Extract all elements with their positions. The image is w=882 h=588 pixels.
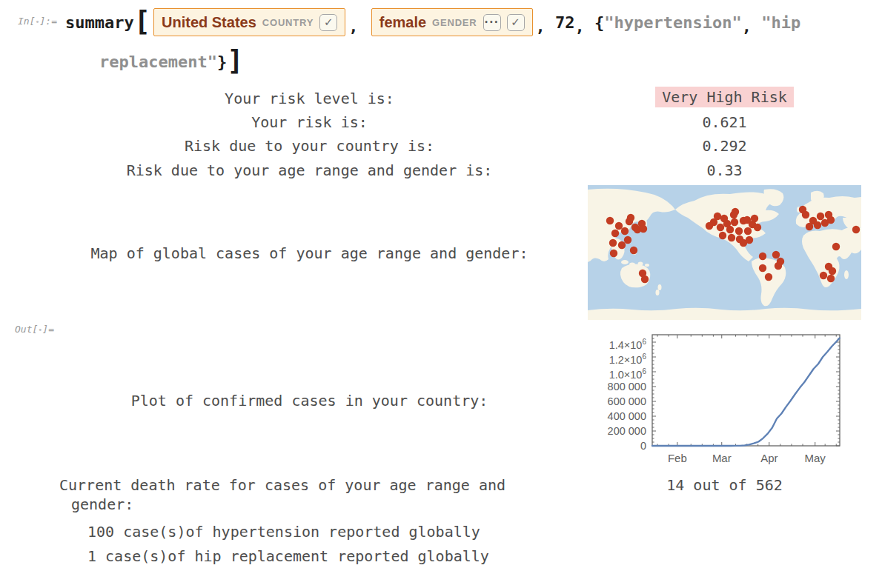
entity-type-label: COUNTRY [262, 17, 314, 28]
risk-label: Your risk is: [41, 113, 578, 132]
function-name: summary [65, 13, 134, 32]
age-argument: 72 [555, 13, 575, 32]
age-gender-risk-label: Risk due to your age range and gender is… [41, 161, 578, 180]
y-axis-label: 600 000 [593, 395, 646, 408]
note-hypertension: 100 case(s)of hypertension reported glob… [87, 522, 480, 541]
y-axis-label: 1.0×106 [593, 365, 646, 381]
country-risk-value: 0.292 [586, 136, 863, 156]
entity-confirm-checkbox[interactable]: ✓ [319, 14, 337, 31]
open-bracket: [ [134, 8, 150, 36]
comma-separator: , [575, 17, 585, 36]
entity-box-gender[interactable]: female GENDER ••• ✓ [371, 8, 533, 36]
y-axis-label: 800 000 [593, 380, 646, 393]
death-rate-value: 14 out of 562 [586, 475, 863, 495]
entity-name: United States [162, 14, 256, 31]
map-row-label: Map of global cases of your age range an… [41, 244, 578, 263]
y-axis-label: 200 000 [593, 424, 646, 438]
plot-row-label: Plot of confirmed cases in your country: [41, 391, 578, 410]
x-axis-label: Mar [706, 452, 738, 464]
risk-level-label: Your risk level is: [41, 89, 578, 108]
string-hypertension: "hypertension" [604, 13, 741, 32]
death-rate-label: Current death rate for cases of your age… [59, 475, 531, 514]
space [546, 13, 555, 32]
entity-box-country[interactable]: United States COUNTRY ✓ [153, 8, 345, 36]
ticks [652, 335, 840, 446]
space [358, 13, 368, 32]
x-axis-label: Feb [661, 452, 694, 464]
y-axis-label: 0 [593, 439, 646, 452]
comma-separator: , [536, 17, 546, 36]
input-code-line-1[interactable]: summary [ United States COUNTRY ✓ , fema… [65, 6, 800, 39]
plot-frame [652, 335, 840, 446]
space [752, 13, 761, 32]
x-axis-label: May [799, 452, 832, 464]
note-hip-replacement: 1 case(s)of hip replacement reported glo… [87, 547, 489, 566]
entity-name: female [379, 14, 426, 31]
close-brace: } [217, 53, 227, 71]
y-axis-label: 400 000 [593, 410, 646, 423]
world-map [588, 185, 861, 320]
close-bracket: ] [227, 47, 243, 75]
risk-badge: Very High Risk [655, 87, 794, 107]
space [585, 13, 594, 32]
string-hip-part: "hip [761, 13, 800, 32]
x-axis-label: Apr [753, 452, 786, 464]
string-replacement-part: replacement" [99, 53, 217, 71]
comma-separator: , [348, 17, 358, 36]
entity-alternatives-button[interactable]: ••• [483, 14, 501, 31]
y-axis-label: 1.4×106 [593, 335, 646, 352]
open-brace: { [594, 13, 604, 32]
risk-level-value: Very High Risk [586, 87, 863, 107]
country-risk-label: Risk due to your country is: [41, 136, 578, 156]
risk-value: 0.621 [586, 113, 863, 132]
age-gender-risk-value: 0.33 [586, 161, 863, 180]
series-line [652, 338, 840, 447]
cases-plot: 0200 000400 000600 000800 0001.0×1061.2×… [593, 332, 849, 465]
in-cell-label: In[•]:= [18, 16, 57, 27]
entity-confirm-checkbox[interactable]: ✓ [507, 14, 525, 31]
y-axis-label: 1.2×106 [593, 350, 646, 367]
input-code-line-2[interactable]: replacement" } ] [99, 47, 243, 76]
out-cell-label: Out[•]= [15, 324, 54, 335]
comma-separator: , [742, 17, 752, 36]
entity-type-label: GENDER [432, 17, 477, 28]
